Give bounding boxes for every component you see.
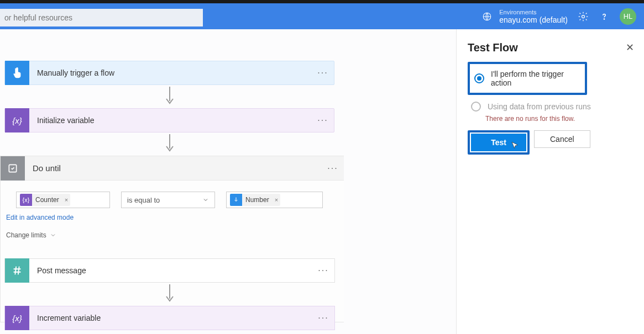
cancel-button[interactable]: Cancel	[534, 130, 590, 148]
operator-label: is equal to	[127, 196, 160, 204]
help-icon[interactable]	[599, 11, 610, 22]
remove-token-icon[interactable]: ×	[273, 194, 280, 206]
radio-manual-trigger[interactable]: I'll perform the trigger action	[471, 65, 584, 92]
input-icon	[230, 194, 242, 206]
chevron-down-icon	[202, 197, 209, 203]
more-icon[interactable]: ···	[312, 266, 334, 275]
test-button-label: Test	[491, 138, 506, 147]
token-label: Number	[242, 194, 273, 206]
token-label: Counter	[32, 194, 62, 206]
number-token[interactable]: Number ×	[230, 194, 280, 206]
chevron-down-icon	[50, 232, 56, 238]
tutorial-highlight: Test	[468, 130, 530, 155]
hash-icon	[5, 258, 29, 283]
operator-select[interactable]: is equal to	[121, 192, 215, 208]
initialize-variable-card[interactable]: {x} Initialize variable ···	[4, 108, 334, 132]
condition-row: {x} Counter × is equal to Number ×	[1, 181, 344, 214]
trigger-title: Manually trigger a flow	[29, 68, 312, 77]
arrow-down-icon	[165, 87, 175, 107]
svg-point-1	[582, 15, 585, 18]
left-operand-input[interactable]: {x} Counter ×	[16, 192, 110, 208]
cursor-icon	[510, 141, 520, 151]
do-until-header[interactable]: Do until ···	[1, 156, 344, 181]
radio-on-icon	[474, 73, 484, 83]
tutorial-highlight: I'll perform the trigger action	[468, 62, 587, 95]
more-icon[interactable]: ···	[312, 68, 334, 78]
loop-icon	[1, 156, 25, 181]
globe-icon	[481, 11, 493, 22]
change-limits-label: Change limits	[6, 231, 46, 239]
counter-token[interactable]: {x} Counter ×	[20, 194, 70, 206]
variable-icon: {x}	[5, 108, 29, 132]
init-title: Initialize variable	[29, 116, 312, 125]
increment-variable-card[interactable]: {x} Increment variable ···	[4, 306, 335, 330]
increment-title: Increment variable	[29, 314, 312, 322]
variable-icon: {x}	[20, 194, 32, 206]
test-flow-panel: Test Flow ✕ I'll perform the trigger act…	[456, 29, 644, 334]
header-right: Environments enayu.com (default) HL	[481, 3, 644, 29]
more-icon[interactable]: ···	[322, 163, 344, 173]
radio-label: I'll perform the trigger action	[491, 70, 580, 87]
touch-icon	[5, 61, 29, 85]
settings-icon[interactable]	[578, 11, 589, 22]
arrow-down-icon	[165, 284, 175, 304]
flow-canvas: Manually trigger a flow ··· {x} Initiali…	[0, 29, 644, 334]
more-icon[interactable]: ···	[312, 115, 334, 125]
more-icon[interactable]: ···	[312, 313, 334, 323]
variable-icon: {x}	[5, 306, 29, 330]
post-message-card[interactable]: Post message ···	[4, 258, 335, 283]
avatar[interactable]: HL	[620, 8, 636, 25]
panel-button-row: Test Cancel	[468, 130, 633, 155]
remove-token-icon[interactable]: ×	[62, 194, 70, 206]
radio-previous-runs: Using data from previous runs	[468, 97, 633, 116]
environment-picker[interactable]: Environments enayu.com (default)	[481, 9, 568, 24]
radio-off-icon	[471, 102, 481, 112]
environment-name: enayu.com (default)	[499, 15, 568, 24]
svg-point-2	[604, 18, 604, 19]
arrow-down-icon	[165, 134, 175, 154]
right-operand-input[interactable]: Number ×	[226, 192, 323, 208]
environment-label: Environments	[499, 9, 568, 15]
search-input[interactable]	[0, 9, 203, 26]
panel-title: Test Flow	[468, 41, 633, 54]
change-limits-toggle[interactable]: Change limits	[1, 231, 344, 239]
trigger-card[interactable]: Manually trigger a flow ···	[4, 61, 334, 85]
close-icon[interactable]: ✕	[626, 41, 634, 54]
edit-advanced-link[interactable]: Edit in advanced mode	[1, 214, 344, 221]
app-header: Environments enayu.com (default) HL	[0, 3, 644, 29]
no-runs-note: There are no runs for this flow.	[468, 115, 633, 123]
do-until-title: Do until	[25, 163, 322, 173]
radio-label: Using data from previous runs	[488, 102, 591, 111]
test-button[interactable]: Test	[471, 134, 526, 151]
post-message-title: Post message	[29, 266, 312, 275]
